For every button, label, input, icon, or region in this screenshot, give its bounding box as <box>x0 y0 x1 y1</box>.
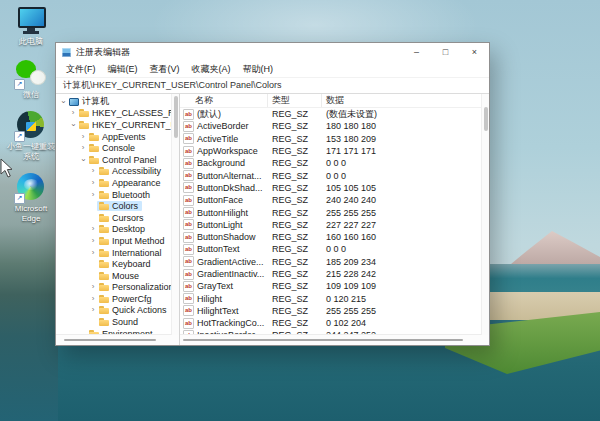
column-header-name[interactable]: 名称 <box>180 94 268 107</box>
minimize-button[interactable]: – <box>402 43 431 61</box>
string-value-icon: ab <box>183 293 194 304</box>
maximize-button[interactable]: □ <box>431 43 460 61</box>
chevron-right-icon[interactable]: › <box>89 283 97 291</box>
value-row[interactable]: abActiveBorderREG_SZ180 180 180 <box>180 120 489 132</box>
tree-item[interactable]: ›Console <box>56 142 179 154</box>
column-header-data[interactable]: 数据 <box>322 94 489 107</box>
desktop-icon-pc[interactable]: 此电脑 <box>4 5 58 47</box>
menu-item[interactable]: 查看(V) <box>144 63 186 76</box>
tree-item-content: HKEY_CLASSES_ROOT <box>77 108 179 118</box>
tree-item[interactable]: ›计算机 <box>56 96 179 108</box>
chevron-right-icon[interactable]: › <box>69 109 77 117</box>
tree-item[interactable]: ›Input Method <box>56 235 179 247</box>
address-bar[interactable]: 计算机\HKEY_CURRENT_USER\Control Panel\Colo… <box>56 77 489 94</box>
value-row[interactable]: abAppWorkspaceREG_SZ171 171 171 <box>180 145 489 157</box>
tree-item[interactable]: ›Accessibility <box>56 166 179 178</box>
tree-vertical-scrollbar[interactable] <box>171 94 179 335</box>
tree-item-label: Appearance <box>112 178 163 188</box>
tree-item-label: Keyboard <box>112 259 153 269</box>
tree-item-label: Desktop <box>112 224 147 234</box>
value-row[interactable]: abHilightREG_SZ0 120 215 <box>180 292 489 304</box>
tree-item[interactable]: ›International <box>56 247 179 259</box>
tree-item[interactable]: ›Desktop <box>56 224 179 236</box>
column-header-type[interactable]: 类型 <box>268 94 322 107</box>
value-name-cell: abGradientActive... <box>180 256 268 267</box>
tree-item[interactable]: Keyboard <box>56 258 179 270</box>
tree-horizontal-scrollbar[interactable] <box>56 334 179 345</box>
chevron-down-icon[interactable]: › <box>59 98 67 106</box>
values-vscroll-thumb[interactable] <box>484 107 488 131</box>
value-row[interactable]: abGrayTextREG_SZ109 109 109 <box>180 280 489 292</box>
values-horizontal-scrollbar[interactable] <box>180 334 489 345</box>
chevron-right-icon[interactable]: › <box>89 191 97 199</box>
tree-item[interactable]: Sound <box>56 316 179 328</box>
chevron-right-icon[interactable]: › <box>89 295 97 303</box>
tree-item-content: Appearance <box>97 178 165 188</box>
string-value-icon: ab <box>183 256 194 267</box>
registry-tree: ›计算机›HKEY_CLASSES_ROOT›HKEY_CURRENT_USER… <box>56 94 179 334</box>
menu-item[interactable]: 收藏夹(A) <box>186 63 237 76</box>
chevron-right-icon[interactable]: › <box>89 225 97 233</box>
values-hscroll-thumb[interactable] <box>183 339 463 341</box>
chevron-down-icon[interactable]: › <box>79 156 87 164</box>
value-row[interactable]: abButtonFaceREG_SZ240 240 240 <box>180 194 489 206</box>
tree-item[interactable]: ›AppEvents <box>56 131 179 143</box>
close-button[interactable]: × <box>460 43 489 61</box>
value-row[interactable]: abButtonHilightREG_SZ255 255 255 <box>180 206 489 218</box>
menu-item[interactable]: 文件(F) <box>60 63 102 76</box>
chevron-right-icon[interactable]: › <box>89 306 97 314</box>
value-row[interactable]: abHotTrackingCo...REG_SZ0 102 204 <box>180 317 489 329</box>
value-name: HotTrackingCo... <box>197 318 264 328</box>
value-row[interactable]: abButtonShadowREG_SZ160 160 160 <box>180 231 489 243</box>
value-row[interactable]: abGradientInactiv...REG_SZ215 228 242 <box>180 268 489 280</box>
tree-item[interactable]: ›HKEY_CURRENT_USER <box>56 119 179 131</box>
value-name-cell: abHotTrackingCo... <box>180 318 268 329</box>
folder-icon <box>99 179 109 187</box>
chevron-right-icon[interactable]: › <box>89 249 97 257</box>
value-row[interactable]: abButtonDkShad...REG_SZ105 105 105 <box>180 182 489 194</box>
value-row[interactable]: abButtonTextREG_SZ0 0 0 <box>180 243 489 255</box>
values-vertical-scrollbar[interactable] <box>481 94 489 335</box>
tree-item[interactable]: Mouse <box>56 270 179 282</box>
value-type: REG_SZ <box>268 318 322 328</box>
value-row[interactable]: abButtonLightREG_SZ227 227 227 <box>180 219 489 231</box>
tree-item[interactable]: ›HKEY_CLASSES_ROOT <box>56 108 179 120</box>
title-bar[interactable]: 注册表编辑器 – □ × <box>56 43 489 61</box>
tree-item[interactable]: Colors <box>56 200 179 212</box>
tree-vscroll-thumb[interactable] <box>174 96 178 138</box>
tree-item[interactable]: ›Bluetooth <box>56 189 179 201</box>
value-row[interactable]: abActiveTitleREG_SZ153 180 209 <box>180 133 489 145</box>
chevron-right-icon[interactable]: › <box>79 144 87 152</box>
chevron-right-icon[interactable]: › <box>79 133 87 141</box>
tree-item[interactable]: ›Control Panel <box>56 154 179 166</box>
desktop-icon-xiaoyu[interactable]: ↗小鱼一键重装系统 <box>4 110 58 161</box>
tree-item-label: AppEvents <box>102 132 148 142</box>
menu-item[interactable]: 编辑(E) <box>102 63 144 76</box>
tree-item[interactable]: Cursors <box>56 212 179 224</box>
value-row[interactable]: ab(默认)REG_SZ(数值未设置) <box>180 108 489 120</box>
tree-item-content: 计算机 <box>67 95 113 108</box>
value-row[interactable]: abHilightTextREG_SZ255 255 255 <box>180 305 489 317</box>
tree-item-label: Personalization <box>112 282 176 292</box>
value-data: 105 105 105 <box>322 183 489 193</box>
tree-item[interactable]: ›Personalization <box>56 282 179 294</box>
tree-item[interactable]: ›PowerCfg <box>56 293 179 305</box>
value-name: GradientInactiv... <box>197 269 264 279</box>
tree-hscroll-thumb[interactable] <box>64 339 156 341</box>
chevron-right-icon[interactable]: › <box>89 237 97 245</box>
folder-icon <box>99 249 109 257</box>
tree-item-content: Quick Actions <box>97 305 171 315</box>
menu-bar: 文件(F)编辑(E)查看(V)收藏夹(A)帮助(H) <box>56 61 489 77</box>
value-row[interactable]: abButtonAlternat...REG_SZ0 0 0 <box>180 169 489 181</box>
tree-item[interactable]: ›Appearance <box>56 177 179 189</box>
chevron-right-icon[interactable]: › <box>89 179 97 187</box>
value-row[interactable]: abGradientActive...REG_SZ185 209 234 <box>180 256 489 268</box>
menu-item[interactable]: 帮助(H) <box>237 63 280 76</box>
tree-item[interactable]: ›Quick Actions <box>56 305 179 317</box>
chevron-down-icon[interactable]: › <box>69 121 77 129</box>
value-name: Hilight <box>197 294 222 304</box>
chevron-right-icon[interactable]: › <box>89 167 97 175</box>
value-row[interactable]: abBackgroundREG_SZ0 0 0 <box>180 157 489 169</box>
desktop-icon-wechat[interactable]: ↗微信 <box>4 58 58 100</box>
tree-item-label: Bluetooth <box>112 190 152 200</box>
